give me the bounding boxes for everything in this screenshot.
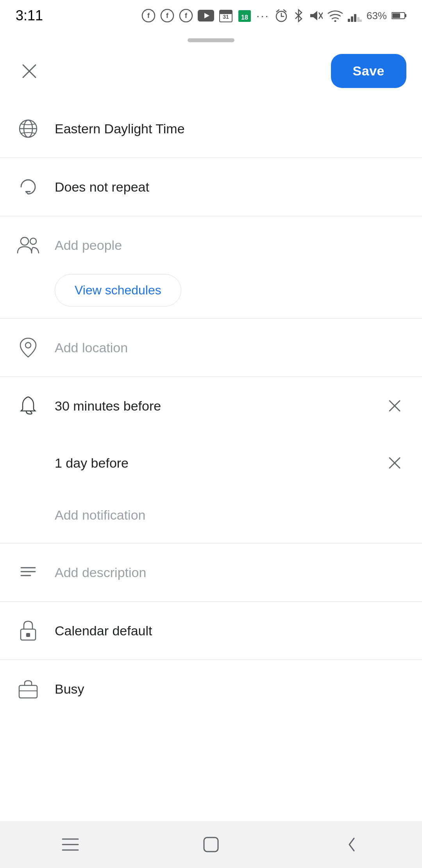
globe-icon xyxy=(16,116,41,141)
calendar-31-icon: 31 xyxy=(219,9,233,23)
briefcase-icon xyxy=(16,676,41,701)
svg-marker-18 xyxy=(310,11,317,20)
location-icon xyxy=(16,335,41,360)
add-description-text: Add description xyxy=(55,565,406,580)
svg-text:f: f xyxy=(185,12,188,20)
facebook-icon-2: f xyxy=(160,9,174,23)
repeat-row[interactable]: Does not repeat xyxy=(0,158,422,216)
svg-point-35 xyxy=(21,237,29,245)
notification-1-text: 30 minutes before xyxy=(55,398,369,414)
remove-notification-1-button[interactable] xyxy=(383,394,406,418)
calendar-18-icon: 18 xyxy=(238,9,252,23)
battery-text: 63% xyxy=(367,10,387,22)
svg-text:31: 31 xyxy=(223,14,229,20)
add-people-text: Add people xyxy=(55,238,406,253)
repeat-text: Does not repeat xyxy=(55,179,406,195)
calendar-default-row[interactable]: Calendar default xyxy=(0,602,422,660)
more-dots: ··· xyxy=(256,9,270,22)
svg-rect-22 xyxy=(348,19,350,22)
add-notification-text: Add notification xyxy=(55,508,406,523)
wifi-icon xyxy=(327,9,343,22)
add-notification-row[interactable]: Add notification xyxy=(0,491,422,539)
svg-rect-23 xyxy=(351,16,353,22)
home-button[interactable] xyxy=(141,821,281,868)
svg-rect-10 xyxy=(220,10,232,14)
svg-line-16 xyxy=(277,10,279,12)
svg-rect-52 xyxy=(204,838,218,852)
status-time: 3:11 xyxy=(16,7,43,24)
bottom-nav xyxy=(0,821,422,868)
add-people-row[interactable]: Add people xyxy=(0,216,422,274)
busy-row[interactable]: Busy xyxy=(0,660,422,718)
busy-text: Busy xyxy=(55,681,406,697)
alarm-icon xyxy=(274,9,288,23)
calendar-default-text: Calendar default xyxy=(55,623,406,638)
svg-text:f: f xyxy=(166,12,169,20)
recents-button[interactable] xyxy=(0,821,141,868)
add-location-row[interactable]: Add location xyxy=(0,319,422,377)
svg-text:f: f xyxy=(147,12,150,20)
signal-icon xyxy=(348,9,362,22)
svg-rect-47 xyxy=(19,685,37,698)
people-icon xyxy=(16,233,41,258)
add-description-row[interactable]: Add description xyxy=(0,543,422,601)
toolbar: Save xyxy=(0,46,422,100)
facebook-icon-3: f xyxy=(179,9,193,23)
notification-2-text: 1 day before xyxy=(55,456,369,471)
youtube-icon xyxy=(198,10,214,22)
svg-rect-25 xyxy=(357,17,359,22)
svg-text:18: 18 xyxy=(241,14,248,21)
battery-icon xyxy=(392,12,406,20)
svg-line-17 xyxy=(284,10,286,12)
status-icons: f f f 31 18 ··· 63% xyxy=(141,9,406,23)
timezone-row[interactable]: Eastern Daylight Time xyxy=(0,100,422,158)
drag-handle-bar xyxy=(188,38,234,42)
view-schedules-container: View schedules xyxy=(0,274,422,318)
timezone-text: Eastern Daylight Time xyxy=(55,121,406,136)
add-location-text: Add location xyxy=(55,340,406,355)
description-icon xyxy=(16,560,41,585)
svg-rect-28 xyxy=(405,14,406,17)
lock-icon xyxy=(16,618,41,643)
mute-icon xyxy=(309,9,323,23)
facebook-icon-1: f xyxy=(141,9,156,23)
view-schedules-button[interactable]: View schedules xyxy=(55,274,181,307)
svg-point-21 xyxy=(334,20,336,22)
svg-rect-46 xyxy=(26,633,30,637)
notifications-section: 30 minutes before 1 day before Add notif… xyxy=(0,377,422,543)
bluetooth-icon xyxy=(293,9,304,23)
svg-rect-29 xyxy=(392,13,400,18)
bell-icon xyxy=(16,393,41,418)
svg-point-36 xyxy=(30,238,36,244)
save-button[interactable]: Save xyxy=(331,54,406,88)
drag-handle xyxy=(0,31,422,46)
svg-rect-26 xyxy=(359,20,362,22)
notification-2-row[interactable]: 1 day before xyxy=(0,435,422,491)
close-button[interactable] xyxy=(16,57,43,85)
repeat-icon xyxy=(16,174,41,199)
status-bar: 3:11 f f f 31 18 ··· 63% xyxy=(0,0,422,31)
content-area: Save Eastern Daylight Time Does not repe… xyxy=(0,31,422,821)
svg-rect-24 xyxy=(354,14,356,22)
back-button[interactable] xyxy=(281,821,422,868)
svg-point-37 xyxy=(25,343,31,348)
notification-1-row[interactable]: 30 minutes before xyxy=(0,377,422,435)
remove-notification-2-button[interactable] xyxy=(383,451,406,475)
